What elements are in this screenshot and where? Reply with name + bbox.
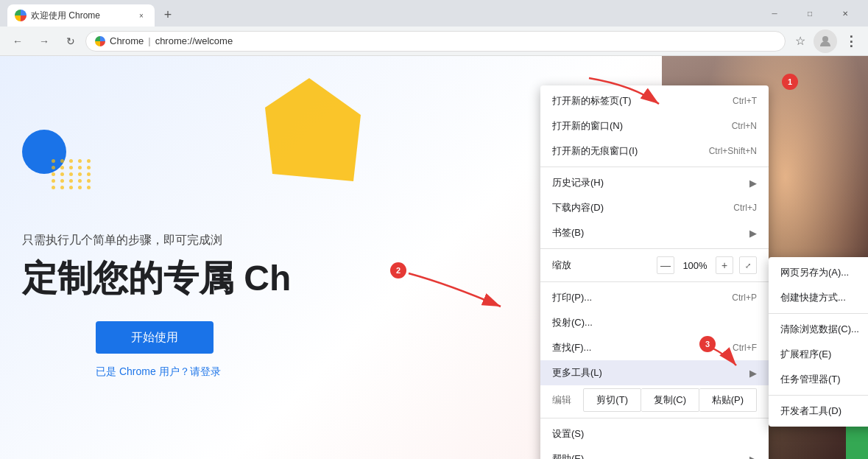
- submenu-item-save-page[interactable]: 网页另存为(A)... Ctrl+S: [769, 260, 868, 285]
- paste-button[interactable]: 粘贴(P): [699, 388, 757, 412]
- address-url: chrome://welcome: [155, 35, 233, 46]
- submenu-arrow-history: ▶: [749, 178, 757, 189]
- profile-button[interactable]: [814, 29, 837, 53]
- close-button[interactable]: ✕: [828, 0, 862, 27]
- address-site: Chrome: [110, 35, 144, 46]
- menu-item-bookmarks[interactable]: 书签(B) ▶: [540, 220, 769, 245]
- menu-item-cast[interactable]: 投射(C)...: [540, 310, 769, 335]
- menu-item-cast-label: 投射(C)...: [552, 316, 757, 329]
- submenu-devtools-label: 开发者工具(D): [780, 404, 868, 418]
- toolbar-actions: ☆ ⋮: [788, 29, 862, 53]
- submenu-item-task-manager[interactable]: 任务管理器(T) Shift+Esc: [769, 367, 868, 392]
- menu-item-settings[interactable]: 设置(S): [540, 421, 769, 446]
- submenu-save-page-label: 网页另存为(A)...: [780, 266, 868, 279]
- address-divider: |: [148, 35, 150, 46]
- submenu-task-manager-label: 任务管理器(T): [780, 373, 868, 386]
- window-controls: ─ □ ✕: [752, 0, 868, 27]
- zoom-label: 缩放: [552, 259, 657, 272]
- cut-button[interactable]: 剪切(T): [583, 388, 641, 412]
- menu-item-new-window-label: 打开新的窗口(N): [552, 119, 717, 133]
- menu-overlay: 打开新的标签页(T) Ctrl+T 打开新的窗口(N) Ctrl+N 打开新的无…: [540, 85, 769, 459]
- menu-item-history-label: 历史记录(H): [552, 176, 744, 189]
- submenu-arrow-more-tools: ▶: [749, 368, 757, 379]
- copy-button[interactable]: 复制(C): [641, 388, 699, 412]
- address-favicon: [95, 36, 105, 46]
- more-tools-submenu: 网页另存为(A)... Ctrl+S 创建快捷方式... 清除浏览数据(C)..…: [769, 257, 868, 427]
- menu-divider-2: [540, 248, 769, 249]
- menu-item-new-window-shortcut: Ctrl+N: [732, 121, 757, 131]
- submenu-arrow-help: ▶: [749, 454, 757, 460]
- submenu-divider-2: [769, 395, 868, 396]
- menu-item-print-shortcut: Ctrl+P: [732, 292, 757, 303]
- menu-item-new-window[interactable]: 打开新的窗口(N) Ctrl+N: [540, 113, 769, 139]
- tab-close-button[interactable]: ×: [135, 10, 147, 21]
- menu-dots-icon: ⋮: [844, 33, 857, 49]
- menu-item-new-tab-label: 打开新的标签页(T): [552, 94, 718, 108]
- menu-item-more-tools-label: 更多工具(L): [552, 366, 744, 379]
- menu-item-new-tab-shortcut: Ctrl+T: [733, 96, 757, 106]
- submenu-create-shortcut-label: 创建快捷方式...: [780, 291, 868, 304]
- menu-item-find[interactable]: 查找(F)... Ctrl+F: [540, 335, 769, 360]
- menu-item-bookmarks-label: 书签(B): [552, 226, 744, 239]
- refresh-button[interactable]: ↻: [59, 29, 82, 53]
- signin-link[interactable]: 已是 Chrome 用户？请登录: [96, 365, 221, 379]
- submenu-extensions-label: 扩展程序(E): [780, 348, 868, 361]
- menu-item-new-tab[interactable]: 打开新的标签页(T) Ctrl+T: [540, 88, 769, 113]
- zoom-controls: — 100% + ⤢: [657, 256, 757, 274]
- main-dropdown-menu: 打开新的标签页(T) Ctrl+T 打开新的窗口(N) Ctrl+N 打开新的无…: [540, 85, 769, 459]
- back-button[interactable]: ←: [6, 29, 29, 53]
- svg-point-0: [822, 36, 828, 42]
- zoom-expand-button[interactable]: ⤢: [739, 256, 757, 274]
- submenu-item-clear-data[interactable]: 清除浏览数据(C)... Ctrl+Shift+Del: [769, 317, 868, 342]
- submenu-divider-1: [769, 313, 868, 314]
- zoom-plus-button[interactable]: +: [716, 256, 733, 274]
- tab-title: 欢迎使用 Chrome: [31, 10, 131, 22]
- bookmark-button[interactable]: ☆: [788, 29, 812, 53]
- submenu-clear-data-label: 清除浏览数据(C)...: [780, 323, 868, 336]
- start-button[interactable]: 开始使用: [96, 321, 214, 354]
- menu-item-incognito-label: 打开新的无痕窗口(I): [552, 144, 694, 158]
- browser-window: 欢迎使用 Chrome × + ─ □ ✕ ← → ↻ Chrome | chr…: [0, 0, 868, 459]
- menu-item-find-label: 查找(F)...: [552, 341, 718, 354]
- edit-label: 编辑: [552, 393, 571, 407]
- menu-item-downloads-shortcut: Ctrl+J: [733, 203, 757, 213]
- page-content: 只需执行几个简单的步骤，即可完成浏 定制您的专属 Ch 开始使用 已是 Chro…: [0, 56, 868, 459]
- tab-favicon: [15, 10, 27, 21]
- annotation-badge-2: 2: [390, 262, 406, 278]
- zoom-minus-button[interactable]: —: [657, 256, 674, 274]
- menu-divider-3: [540, 281, 769, 282]
- forward-button[interactable]: →: [32, 29, 56, 53]
- menu-item-downloads[interactable]: 下载内容(D) Ctrl+J: [540, 195, 769, 220]
- menu-item-find-shortcut: Ctrl+F: [733, 343, 757, 353]
- profile-icon: [819, 35, 832, 48]
- page-title: 定制您的专属 Ch: [22, 255, 291, 302]
- submenu-item-extensions[interactable]: 扩展程序(E): [769, 342, 868, 367]
- minimize-button[interactable]: ─: [758, 0, 791, 27]
- submenu-arrow-bookmarks: ▶: [749, 228, 757, 239]
- zoom-row: 缩放 — 100% + ⤢: [540, 252, 769, 278]
- address-bar[interactable]: Chrome | chrome://welcome: [85, 31, 786, 52]
- deco-dots: [52, 159, 93, 189]
- page-subtitle: 只需执行几个简单的步骤，即可完成浏: [22, 233, 222, 248]
- menu-item-incognito[interactable]: 打开新的无痕窗口(I) Ctrl+Shift+N: [540, 139, 769, 164]
- submenu-item-create-shortcut[interactable]: 创建快捷方式...: [769, 285, 868, 310]
- tab-area: 欢迎使用 Chrome × +: [0, 4, 752, 27]
- svg-marker-1: [265, 78, 361, 181]
- maximize-button[interactable]: □: [793, 0, 827, 27]
- active-tab[interactable]: 欢迎使用 Chrome ×: [7, 4, 155, 27]
- menu-divider-4: [540, 418, 769, 418]
- new-tab-button[interactable]: +: [158, 4, 178, 25]
- menu-item-history[interactable]: 历史记录(H) ▶: [540, 170, 769, 195]
- annotation-badge-3: 3: [699, 336, 716, 352]
- zoom-value: 100%: [680, 260, 710, 271]
- menu-item-settings-label: 设置(S): [552, 427, 757, 441]
- menu-button[interactable]: ⋮: [839, 29, 862, 53]
- menu-item-print[interactable]: 打印(P)... Ctrl+P: [540, 285, 769, 310]
- deco-yellow-shape: [250, 71, 368, 189]
- menu-divider-1: [540, 167, 769, 167]
- menu-item-help[interactable]: 帮助(E) ▶: [540, 446, 769, 459]
- menu-item-more-tools[interactable]: 更多工具(L) ▶ 网页另存为(A)... Ctrl+S 创建快捷方式...: [540, 360, 769, 385]
- submenu-item-devtools[interactable]: 开发者工具(D) Ctrl+Shift+I: [769, 399, 868, 424]
- annotation-badge-1: 1: [782, 74, 798, 90]
- edit-row: 编辑 剪切(T) 复制(C) 粘贴(P): [540, 385, 769, 415]
